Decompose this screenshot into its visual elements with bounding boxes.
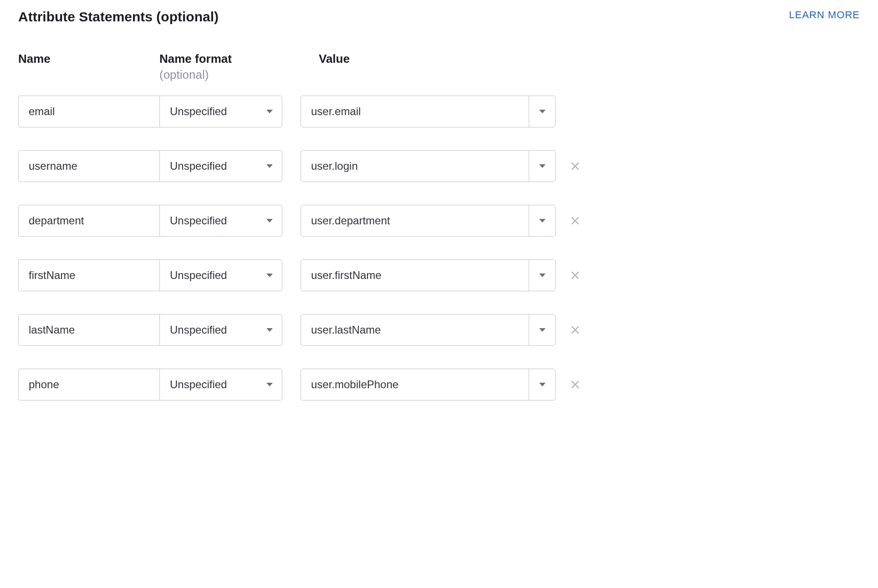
attribute-value-input[interactable] bbox=[301, 205, 529, 236]
attribute-row: Unspecified bbox=[18, 369, 860, 400]
attribute-format-label: Unspecified bbox=[170, 378, 227, 391]
attribute-format-label: Unspecified bbox=[170, 269, 227, 282]
attribute-row: Unspecified bbox=[18, 314, 860, 346]
attribute-value-input[interactable] bbox=[301, 96, 529, 127]
attribute-value-combobox[interactable] bbox=[301, 96, 556, 127]
chevron-down-icon bbox=[257, 151, 282, 182]
attribute-format-label: Unspecified bbox=[170, 105, 227, 118]
attribute-format-label: Unspecified bbox=[170, 160, 227, 172]
attribute-name-input[interactable] bbox=[18, 259, 159, 291]
attribute-name-input[interactable] bbox=[18, 205, 159, 237]
chevron-down-icon bbox=[539, 219, 546, 223]
attribute-name-input[interactable] bbox=[18, 369, 159, 400]
remove-row-button[interactable] bbox=[564, 319, 587, 341]
chevron-down-icon bbox=[539, 164, 546, 168]
chevron-down-icon bbox=[257, 96, 282, 127]
attribute-value-combobox[interactable] bbox=[301, 314, 556, 346]
attribute-value-input[interactable] bbox=[301, 369, 529, 400]
column-header-format-sub: (optional) bbox=[159, 68, 301, 82]
close-icon bbox=[569, 379, 581, 390]
attribute-format-select[interactable]: Unspecified bbox=[159, 259, 282, 291]
attribute-format-select[interactable]: Unspecified bbox=[159, 369, 282, 400]
close-icon bbox=[569, 215, 581, 227]
attribute-value-dropdown-button[interactable] bbox=[529, 314, 555, 345]
attribute-row: Unspecified bbox=[18, 150, 860, 182]
attribute-value-combobox[interactable] bbox=[301, 369, 556, 400]
column-header-format-label: Name format bbox=[159, 52, 301, 66]
attribute-value-dropdown-button[interactable] bbox=[529, 369, 555, 400]
close-icon bbox=[569, 160, 581, 172]
attribute-value-input[interactable] bbox=[301, 260, 529, 291]
section-title: Attribute Statements (optional) bbox=[18, 9, 219, 25]
attribute-row: Unspecified bbox=[18, 205, 860, 237]
attribute-format-select[interactable]: Unspecified bbox=[159, 150, 282, 182]
close-icon bbox=[569, 324, 581, 336]
chevron-down-icon bbox=[257, 260, 282, 291]
remove-row-button[interactable] bbox=[564, 373, 587, 396]
attribute-value-combobox[interactable] bbox=[301, 205, 556, 237]
attribute-row: Unspecified bbox=[18, 259, 860, 291]
attribute-value-combobox[interactable] bbox=[301, 150, 556, 182]
attribute-format-label: Unspecified bbox=[170, 214, 227, 227]
chevron-down-icon bbox=[539, 110, 546, 113]
column-header-format: Name format (optional) bbox=[159, 52, 301, 82]
attribute-name-input[interactable] bbox=[18, 150, 159, 182]
attribute-row: Unspecified bbox=[18, 96, 860, 127]
close-icon bbox=[569, 269, 581, 281]
attribute-format-label: Unspecified bbox=[170, 324, 227, 336]
attribute-name-input[interactable] bbox=[18, 96, 159, 127]
attribute-value-dropdown-button[interactable] bbox=[529, 96, 555, 127]
attribute-value-combobox[interactable] bbox=[301, 259, 556, 291]
columns-header: Name Name format (optional) Value bbox=[18, 52, 860, 82]
attribute-value-input[interactable] bbox=[301, 314, 529, 345]
section-header: Attribute Statements (optional) LEARN MO… bbox=[18, 9, 860, 25]
attribute-format-select[interactable]: Unspecified bbox=[159, 96, 282, 127]
attribute-format-select[interactable]: Unspecified bbox=[159, 205, 282, 237]
attribute-format-select[interactable]: Unspecified bbox=[159, 314, 282, 346]
chevron-down-icon bbox=[257, 314, 282, 345]
remove-row-button[interactable] bbox=[564, 155, 587, 177]
remove-row-button[interactable] bbox=[564, 209, 587, 232]
learn-more-link[interactable]: LEARN MORE bbox=[789, 9, 860, 21]
chevron-down-icon bbox=[257, 205, 282, 236]
attribute-value-dropdown-button[interactable] bbox=[529, 151, 555, 182]
attribute-value-dropdown-button[interactable] bbox=[529, 260, 555, 291]
attribute-value-dropdown-button[interactable] bbox=[529, 205, 555, 236]
attribute-value-input[interactable] bbox=[301, 151, 529, 182]
column-header-value: Value bbox=[319, 52, 574, 82]
chevron-down-icon bbox=[539, 328, 546, 332]
attribute-name-input[interactable] bbox=[18, 314, 159, 346]
column-header-name: Name bbox=[18, 52, 159, 82]
chevron-down-icon bbox=[257, 369, 282, 400]
chevron-down-icon bbox=[539, 383, 546, 386]
remove-row-button[interactable] bbox=[564, 264, 587, 287]
chevron-down-icon bbox=[539, 274, 546, 277]
attribute-rows: UnspecifiedUnspecifiedUnspecifiedUnspeci… bbox=[18, 96, 860, 400]
